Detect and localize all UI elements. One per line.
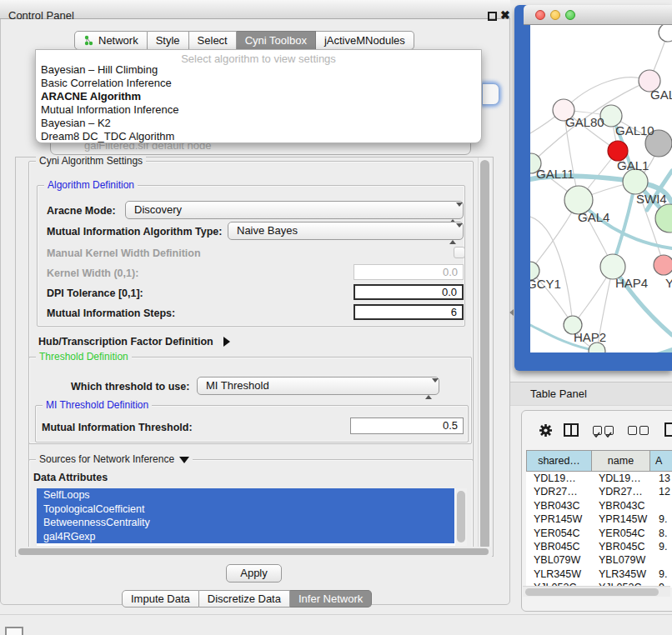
scrollbar-thumb[interactable] [18,548,489,555]
table-cell[interactable]: YBR045C [526,540,592,553]
which-threshold-combo[interactable]: MI Threshold [197,377,439,395]
deselect-all-columns-icon[interactable] [628,426,649,435]
minimized-panel-icon[interactable] [5,627,23,635]
node-swi4[interactable] [623,169,648,194]
tab-impute-data[interactable]: Impute Data [122,590,199,608]
table-cell[interactable]: 12 [650,485,672,498]
focused-combo-fragment[interactable] [482,83,499,105]
mi-steps-field[interactable]: 6 [354,304,464,320]
table-cell[interactable]: 9. [650,568,672,581]
control-panel-tabbar: Network Style Select Cyni Toolbox jActiv… [74,31,414,50]
tab-select[interactable]: Select [189,31,237,50]
manual-kernel-checkbox[interactable] [454,247,465,258]
table-cell[interactable]: YBR045C [592,540,650,553]
dropdown-item[interactable]: Mutual Information Inference [41,103,178,117]
table-cell[interactable]: 13 [650,472,672,485]
dropdown-item-selected[interactable]: ARACNE Algorithm [41,90,141,103]
sources-legend[interactable]: Sources for Network Inference [36,453,193,465]
table-cell[interactable]: 9. [650,512,672,526]
table-cell[interactable]: YDL19… [592,472,650,485]
network-icon [83,35,94,46]
node[interactable] [654,255,672,275]
table-cell[interactable] [650,553,672,567]
dpi-tolerance-field[interactable]: 0.0 [354,284,464,300]
network-nodes[interactable] [530,25,672,352]
network-window-titlebar[interactable] [524,5,672,25]
cyni-bottom-tabbar: Impute Data Discretize Data Infer Networ… [122,590,372,608]
mi-type-combo[interactable]: Naive Bayes [228,222,464,240]
table-horizontal-scrollbar[interactable] [523,586,670,597]
tab-style[interactable]: Style [148,31,189,50]
float-window-icon[interactable] [488,12,497,21]
dropdown-item[interactable]: Basic Correlation Inference [41,77,172,90]
tab-discretize-data[interactable]: Discretize Data [199,590,290,608]
dropdown-item[interactable]: Bayesian – K2 [41,117,111,130]
close-icon[interactable]: ✖ [500,8,510,22]
node-label: HAP4 [615,276,648,290]
mi-threshold-legend: MI Threshold Definition [43,399,152,411]
aracne-mode-label: Aracne Mode: [47,205,116,217]
threshold-definition-legend: Threshold Definition [36,351,132,362]
column-layout-icon[interactable] [564,423,579,437]
dropdown-item[interactable]: Dream8 DC_TDC Algorithm [41,130,174,143]
attribute-item[interactable]: SelfLoops [37,488,454,502]
select-all-columns-icon[interactable] [593,426,614,435]
zoom-traffic-light[interactable] [565,10,575,20]
attributes-list-scrollbar[interactable] [455,488,467,546]
settings-horizontal-scrollbar[interactable] [17,547,492,557]
column-header-clipped[interactable]: A [650,450,672,472]
data-attributes-label: Data Attributes [33,472,108,483]
collapse-down-icon [179,457,189,463]
table-cell[interactable]: YDL19… [526,472,592,485]
table-cell[interactable]: YBL079W [526,553,592,567]
node-label: GAL1 [617,158,649,172]
attribute-item[interactable]: BetweennessCentrality [37,516,454,530]
table-cell[interactable]: 8. [650,527,672,540]
document-icon[interactable] [664,422,672,437]
tab-infer-network[interactable]: Infer Network [290,590,372,608]
table-cell[interactable]: YLR345W [592,568,650,581]
table-settings-gear-icon[interactable] [539,423,553,441]
table-cell[interactable]: 9. [650,540,672,553]
apply-button[interactable]: Apply [226,564,282,582]
dpi-tolerance-label: DPI Tolerance [0,1]: [47,288,143,299]
kernel-width-field[interactable]: 0.0 [354,264,464,280]
aracne-mode-combo[interactable]: Discovery [125,201,464,219]
network-graph: GAL GAL80 GAL10 GAL1 GAL11 SWI4 GAL4 GCY… [530,25,672,352]
network-canvas[interactable]: GAL GAL80 GAL10 GAL1 GAL11 SWI4 GAL4 GCY… [530,25,672,352]
tab-cyni-toolbox[interactable]: Cyni Toolbox [237,31,316,50]
settings-vertical-scrollbar[interactable] [478,158,491,556]
attribute-item[interactable]: TopologicalCoefficient [37,502,454,517]
node-label: GAL80 [565,115,604,129]
table-cell[interactable]: YLR345W [526,568,592,581]
column-header-name[interactable]: name [592,450,650,472]
table-cell[interactable]: YPR145W [526,512,592,526]
table-cell[interactable]: YBR043C [592,499,650,512]
minimize-traffic-light[interactable] [550,10,560,20]
splitter-collapse-icon[interactable] [509,309,514,316]
hub-definition-toggle[interactable]: Hub/Transcription Factor Definition [38,333,230,348]
node[interactable] [659,25,672,42]
node-label: GAL [650,88,672,102]
close-traffic-light[interactable] [535,10,545,20]
table-cell[interactable]: YER054C [526,527,592,540]
column-header-shared-name[interactable]: shared… [526,450,592,472]
table-cell[interactable]: YPR145W [592,512,650,526]
table-cell[interactable]: YDR27… [526,485,592,498]
scrollbar-thumb[interactable] [457,491,465,542]
table-cell[interactable] [650,499,672,512]
table-cell[interactable]: YDR27… [592,485,650,498]
tab-network[interactable]: Network [74,31,148,50]
scrollbar-thumb[interactable] [480,160,489,550]
dropdown-item[interactable]: Bayesian – Hill Climbing [41,63,158,77]
mi-steps-label: Mutual Information Steps: [47,308,175,319]
mi-threshold-field[interactable]: 0.5 [350,418,464,434]
table-cell[interactable]: YBL079W [592,553,650,567]
stepper-arrows-icon [449,205,456,222]
attribute-item[interactable]: gal4RGexp [37,530,454,544]
scrollbar-thumb[interactable] [525,588,659,596]
tab-jactivemnodules[interactable]: jActiveMNodules [316,31,414,50]
table-cell[interactable]: YER054C [592,527,650,540]
table-cell[interactable]: YBR043C [526,499,592,512]
node-label: GCY1 [530,277,561,291]
